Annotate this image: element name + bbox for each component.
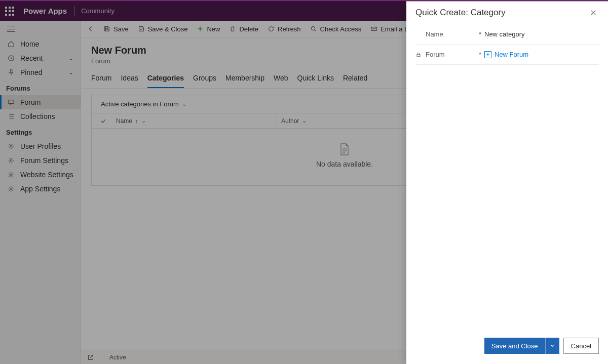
- cancel-button[interactable]: Cancel: [563, 338, 599, 354]
- field-forum[interactable]: Forum * New Forum: [415, 45, 599, 65]
- close-button[interactable]: [588, 7, 599, 18]
- forum-lookup[interactable]: New Forum: [484, 51, 599, 58]
- lookup-value: New Forum: [495, 51, 528, 58]
- required-indicator: *: [479, 30, 484, 38]
- quick-create-panel: Quick Create: Category Name * New catego…: [406, 1, 608, 364]
- panel-title: Quick Create: Category: [415, 8, 506, 18]
- save-close-split-button[interactable]: [545, 338, 559, 354]
- required-indicator: *: [479, 51, 484, 58]
- lookup-icon: [484, 51, 491, 58]
- field-label: Name: [426, 30, 443, 38]
- lock-icon: [415, 52, 423, 58]
- field-name[interactable]: Name * New category: [415, 24, 599, 45]
- save-and-close-button[interactable]: Save and Close: [484, 338, 545, 354]
- field-label: Forum: [426, 51, 445, 58]
- svg-rect-8: [417, 54, 420, 57]
- name-input[interactable]: New category: [484, 30, 599, 38]
